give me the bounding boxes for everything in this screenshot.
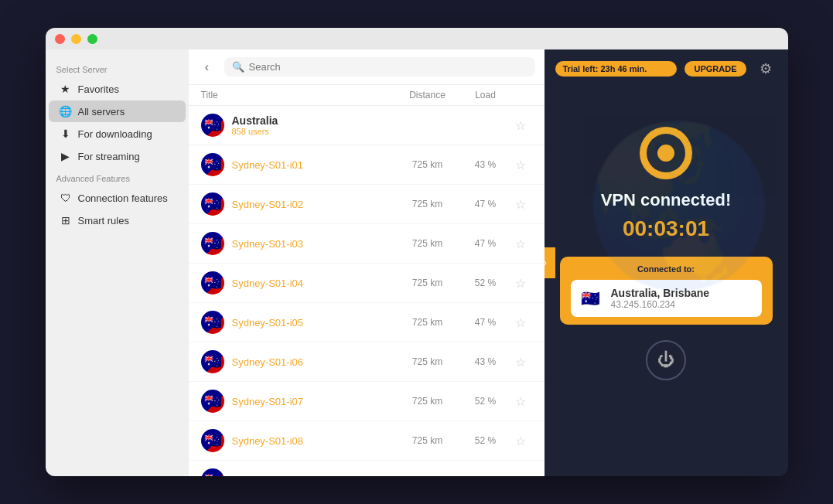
star-button[interactable]: ☆ <box>509 394 532 409</box>
sidebar: Select Server ★ Favorites 🌐 All servers … <box>46 49 189 476</box>
sidebar-item-for-streaming[interactable]: ▶ For streaming <box>49 145 186 167</box>
for-streaming-label: For streaming <box>78 151 140 162</box>
close-button[interactable] <box>55 34 65 44</box>
server-flag: 🇦🇺 <box>201 350 224 373</box>
table-row[interactable]: 🇦🇺 Sydney-S01-i08 725 km 52 % ☆ <box>189 421 545 461</box>
server-group-australia[interactable]: 🇦🇺 Australia 858 users ☆ <box>189 106 545 145</box>
table-row[interactable]: 🇦🇺 Sydney-S01-i03 725 km 47 % ☆ <box>189 224 545 264</box>
server-load: 47 % <box>463 317 509 328</box>
expand-button[interactable]: » <box>545 247 555 278</box>
sidebar-item-for-downloading[interactable]: ⬇ For downloading <box>49 123 186 145</box>
table-row[interactable]: 🇦🇺 Sydney-S01-i04 725 km 52 % ☆ <box>189 264 545 303</box>
server-distance: 725 km <box>393 278 463 288</box>
shield-icon: 🛡 <box>60 192 72 204</box>
server-distance: 725 km <box>393 396 463 407</box>
select-server-title: Select Server <box>46 59 189 77</box>
server-distance: 725 km <box>393 356 463 367</box>
australia-flag: 🇦🇺 <box>201 114 224 137</box>
server-flag: 🇦🇺 <box>201 232 224 255</box>
server-distance: 725 km <box>393 199 463 209</box>
map-background: 🌏 <box>545 88 788 476</box>
server-distance: 725 km <box>393 317 463 328</box>
server-list-panel: ‹ 🔍 Title Distance Load 🇦🇺 Australia <box>189 49 545 476</box>
server-name: Sydney-S01-i05 <box>232 317 393 329</box>
search-box: 🔍 <box>224 57 535 77</box>
trial-badge: Trial left: 23h 46 min. <box>555 61 678 77</box>
table-header: Title Distance Load <box>189 85 545 106</box>
server-flag: 🇦🇺 <box>201 192 224 216</box>
sidebar-item-smart-rules[interactable]: ⊞ Smart rules <box>49 209 186 231</box>
search-icon: 🔍 <box>232 61 244 73</box>
sidebar-item-connection-features[interactable]: 🛡 Connection features <box>49 187 186 209</box>
group-subtitle: 858 users <box>232 127 509 136</box>
server-flag: 🇦🇺 <box>201 153 224 176</box>
star-button[interactable]: ☆ <box>509 237 532 251</box>
group-star-button[interactable]: ☆ <box>509 118 532 133</box>
play-icon: ▶ <box>60 150 72 162</box>
server-rows: 🇦🇺 Australia 858 users ☆ 🇦🇺 Sydney-S01-i… <box>189 106 545 476</box>
server-load: 47 % <box>463 238 509 249</box>
app-window: Select Server ★ Favorites 🌐 All servers … <box>46 28 788 476</box>
server-name: Sydney-S01-i09 <box>232 475 393 477</box>
server-rows-container: 🇦🇺 Sydney-S01-i01 725 km 43 % ☆ 🇦🇺 Sydne… <box>189 145 545 476</box>
server-load: 52 % <box>463 435 509 446</box>
server-flag: 🇦🇺 <box>201 311 224 334</box>
grid-icon: ⊞ <box>60 214 72 226</box>
table-row[interactable]: 🇦🇺 Sydney-S01-i01 725 km 43 % ☆ <box>189 145 545 185</box>
smart-rules-label: Smart rules <box>78 215 129 226</box>
server-flag: 🇦🇺 <box>201 390 224 413</box>
main-content: Select Server ★ Favorites 🌐 All servers … <box>46 49 788 476</box>
search-input[interactable] <box>249 61 527 73</box>
expand-icon: » <box>545 257 547 268</box>
server-distance: 725 km <box>393 159 463 170</box>
all-servers-label: All servers <box>78 106 125 117</box>
server-load: 47 % <box>463 475 509 476</box>
table-row[interactable]: 🇦🇺 Sydney-S01-i06 725 km 43 % ☆ <box>189 342 545 382</box>
star-button[interactable]: ☆ <box>509 158 532 172</box>
table-row[interactable]: 🇦🇺 Sydney-S01-i09 725 km 47 % ☆ <box>189 461 545 476</box>
server-flag: 🇦🇺 <box>201 468 224 476</box>
star-button[interactable]: ☆ <box>509 197 532 212</box>
settings-button[interactable]: ⚙ <box>754 57 777 80</box>
server-load: 52 % <box>463 396 509 407</box>
minimize-button[interactable] <box>71 34 81 44</box>
server-name: Sydney-S01-i04 <box>232 278 393 289</box>
sidebar-item-favorites[interactable]: ★ Favorites <box>49 78 186 100</box>
right-panel: Trial left: 23h 46 min. UPGRADE ⚙ 🌏 <box>545 49 788 476</box>
server-distance: 725 km <box>393 475 463 476</box>
table-row[interactable]: 🇦🇺 Sydney-S01-i02 725 km 47 % ☆ <box>189 185 545 224</box>
server-load: 43 % <box>463 356 509 367</box>
right-panel-topbar: Trial left: 23h 46 min. UPGRADE ⚙ <box>545 49 788 88</box>
server-load: 47 % <box>463 199 509 209</box>
col-distance-header: Distance <box>393 90 463 100</box>
server-name: Sydney-S01-i03 <box>232 238 393 250</box>
for-downloading-label: For downloading <box>78 128 152 140</box>
download-icon: ⬇ <box>60 128 72 140</box>
favorites-label: Favorites <box>78 83 119 95</box>
table-row[interactable]: 🇦🇺 Sydney-S01-i05 725 km 47 % ☆ <box>189 303 545 342</box>
server-distance: 725 km <box>393 238 463 249</box>
star-button[interactable]: ☆ <box>509 434 532 448</box>
group-title: Australia <box>232 114 509 127</box>
table-row[interactable]: 🇦🇺 Sydney-S01-i07 725 km 52 % ☆ <box>189 382 545 421</box>
server-distance: 725 km <box>393 435 463 446</box>
star-button[interactable]: ☆ <box>509 473 532 477</box>
server-list-header: ‹ 🔍 <box>189 49 545 85</box>
star-button[interactable]: ☆ <box>509 276 532 291</box>
server-flag: 🇦🇺 <box>201 429 224 452</box>
col-load-header: Load <box>463 90 509 100</box>
server-name: Sydney-S01-i06 <box>232 356 393 368</box>
star-button[interactable]: ☆ <box>509 355 532 369</box>
sidebar-item-all-servers[interactable]: 🌐 All servers <box>49 100 186 122</box>
server-name: Sydney-S01-i08 <box>232 435 393 447</box>
connection-features-label: Connection features <box>78 192 168 204</box>
star-button[interactable]: ☆ <box>509 315 532 330</box>
server-flag: 🇦🇺 <box>201 271 224 295</box>
star-icon: ★ <box>60 83 72 95</box>
globe-icon: 🌐 <box>60 105 72 117</box>
maximize-button[interactable] <box>87 34 97 44</box>
back-button[interactable]: ‹ <box>198 58 217 77</box>
upgrade-button[interactable]: UPGRADE <box>684 61 746 77</box>
server-name: Sydney-S01-i02 <box>232 199 393 210</box>
col-title-header: Title <box>201 90 393 100</box>
